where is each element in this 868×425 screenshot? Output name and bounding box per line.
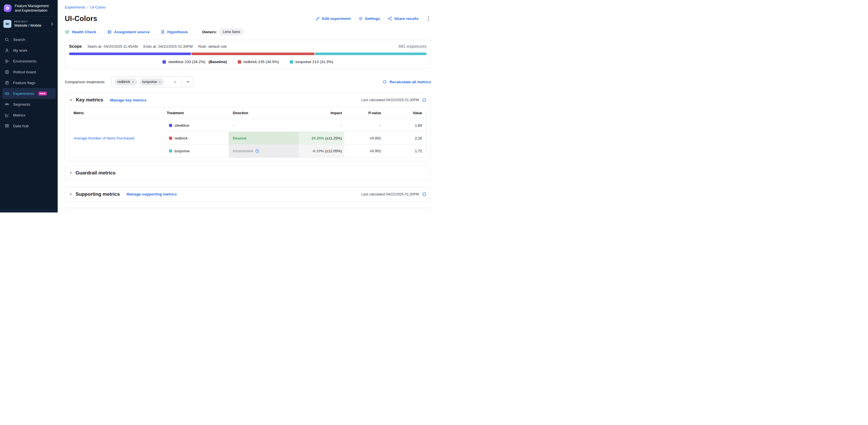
refresh-icon — [382, 80, 387, 84]
sidebar-item-search[interactable]: Search — [2, 34, 56, 45]
refresh-icon[interactable] — [422, 98, 427, 102]
redbrick-swatch — [238, 60, 241, 64]
main-content: Experiments / UI-Colors UI-Colors Edit e… — [58, 0, 434, 212]
collapse-chevron-down-icon[interactable] — [69, 98, 73, 102]
sidebar-item-metrics[interactable]: Metrics — [2, 110, 56, 120]
supporting-metrics-last-calculated: Last calculated 04/22/2025 01:30PM — [361, 192, 427, 196]
breadcrumb: Experiments / UI-Colors — [65, 5, 431, 9]
flag-icon — [4, 80, 9, 85]
sidebar-item-environments[interactable]: Environments — [2, 56, 56, 66]
key-metrics-table: Metric Treatment Direction Impact P-valu… — [69, 107, 426, 157]
sidebar-item-feature-flags[interactable]: Feature flags — [2, 77, 56, 88]
project-switcher[interactable]: W/ PROJECT Website / Mobile — [0, 17, 58, 31]
comparison-label: Comparison treatments — [65, 80, 104, 84]
manage-supporting-metrics-link[interactable]: Manage supporting metrics — [127, 192, 177, 196]
hypothesis-link[interactable]: Hypothesis — [160, 30, 188, 34]
chip-redbrick[interactable]: redbrick — [115, 79, 137, 86]
more-options-kebab-icon[interactable] — [426, 15, 431, 22]
health-check-link[interactable]: Health Check — [65, 30, 96, 34]
breadcrumb-current-link[interactable]: UI-Colors — [90, 5, 106, 9]
sidebar-item-rollout-board[interactable]: Rollout board — [2, 66, 56, 77]
assignment-source-link[interactable]: Assignment source — [107, 30, 150, 34]
settings-button[interactable]: Settings — [358, 16, 380, 21]
sidebar-item-experiments[interactable]: Experiments NEW — [2, 88, 56, 99]
split-logo-icon — [3, 4, 12, 12]
sidebar-item-label: Metrics — [13, 113, 26, 117]
chip-turquoise[interactable]: turquoise — [140, 79, 164, 86]
edit-experiment-button[interactable]: Edit experiment — [315, 17, 350, 21]
supporting-metrics-section: Supporting metrics Manage supporting met… — [65, 187, 431, 202]
col-header-p-value: P-value — [344, 107, 384, 119]
next-section-peek — [65, 208, 431, 212]
key-metrics-section: Key metrics Manage key metrics Last calc… — [65, 93, 431, 161]
user-icon — [4, 48, 9, 53]
table-header-row: Metric Treatment Direction Impact P-valu… — [69, 107, 426, 119]
guardrail-metrics-section[interactable]: Guardrail metrics — [65, 166, 431, 180]
sidebar-item-data-hub[interactable]: Data hub — [2, 120, 56, 131]
recalculate-all-metrics-button[interactable]: Recalculate all metrics — [382, 80, 431, 84]
remove-chip-icon[interactable] — [158, 81, 161, 83]
product-logo-block[interactable]: Feature Management and Experimentation — [0, 0, 58, 17]
manage-key-metrics-link[interactable]: Manage key metrics — [110, 98, 146, 102]
key-metrics-table-card: Metric Treatment Direction Impact P-valu… — [69, 107, 427, 158]
sidebar-item-label: My work — [13, 48, 27, 53]
recalculate-label: Recalculate all metrics — [390, 80, 431, 84]
share-results-button[interactable]: Share results — [388, 16, 418, 21]
hexagons-icon — [4, 59, 9, 64]
treatment-cell: steelblue — [167, 119, 228, 132]
turquoise-swatch — [290, 60, 293, 64]
metric-link[interactable]: Average Number of Items Purchased — [69, 119, 167, 157]
sidebar-item-label: Experiments — [13, 91, 34, 96]
comparison-treatments-select[interactable]: redbrick turquoise — [111, 77, 193, 87]
scope-card: Scope Starts at:04/20/2025 11:45AM Ends … — [65, 40, 431, 68]
ruler-icon — [4, 91, 9, 96]
scope-ends: Ends at:04/22/2025 01:30PM — [144, 44, 193, 49]
legend-item-redbrick: redbrick 235 (34.5%) — [238, 60, 279, 64]
direction-cell: - — [229, 119, 299, 132]
treatment-cell: redbrick — [167, 132, 228, 145]
turquoise-swatch — [169, 149, 172, 153]
distribution-segment-redbrick — [191, 53, 314, 55]
guardrail-metrics-title: Guardrail metrics — [75, 170, 116, 176]
sidebar-item-label: Environments — [13, 59, 37, 63]
collapse-chevron-right-icon[interactable] — [69, 192, 73, 196]
refresh-icon[interactable] — [422, 192, 427, 196]
p-value-cell: <0.001 — [344, 132, 384, 145]
clear-select-icon[interactable] — [173, 80, 177, 84]
remove-chip-icon[interactable] — [132, 81, 134, 83]
exposures-count: 681 exposures — [399, 44, 427, 49]
owner-pill[interactable]: Lena Sano — [219, 28, 244, 35]
sidebar-item-my-work[interactable]: My work — [2, 45, 56, 56]
distribution-segment-turquoise — [315, 53, 427, 55]
board-icon — [4, 69, 9, 74]
owners-block: Owners: Lena Sano — [202, 28, 244, 35]
heart-check-icon — [65, 30, 70, 34]
experiment-meta-row: Health Check Assignment source Hypothesi… — [65, 28, 431, 35]
impact-cell: -6.10%(±12.05%) — [299, 145, 344, 157]
sidebar-item-label: Feature flags — [13, 81, 35, 85]
search-icon — [4, 37, 9, 42]
grid-icon — [4, 123, 9, 128]
scope-starts: Starts at:04/20/2025 11:45AM — [88, 44, 138, 49]
chart-icon — [4, 113, 9, 118]
breadcrumb-experiments-link[interactable]: Experiments — [65, 5, 85, 9]
redbrick-swatch — [169, 136, 172, 140]
share-results-label: Share results — [394, 17, 418, 21]
project-avatar: W/ — [3, 20, 11, 28]
scope-rule: Rule:default rule — [198, 44, 227, 49]
question-circle-icon[interactable] — [255, 149, 259, 153]
product-title: Feature Management and Experimentation — [15, 4, 54, 13]
share-icon — [388, 16, 392, 21]
collapse-chevron-right-icon[interactable] — [69, 171, 73, 175]
assignment-source-label: Assignment source — [114, 30, 150, 34]
comparison-row: Comparison treatments redbrick turquoise… — [65, 77, 431, 87]
chevron-down-icon[interactable] — [186, 80, 190, 84]
legend-item-steelblue: steelblue 233 (34.2%) (Baseline) — [162, 60, 227, 64]
sidebar-item-segments[interactable]: Segments — [2, 99, 56, 110]
project-name: Website / Mobile — [14, 23, 41, 28]
direction-cell: Inconclusive — [229, 145, 299, 157]
impact-cell: - — [299, 119, 344, 132]
title-actions: Edit experiment Settings Share results — [315, 15, 431, 22]
chip-label: turquoise — [142, 80, 157, 84]
sidebar-item-label: Rollout board — [13, 70, 36, 74]
